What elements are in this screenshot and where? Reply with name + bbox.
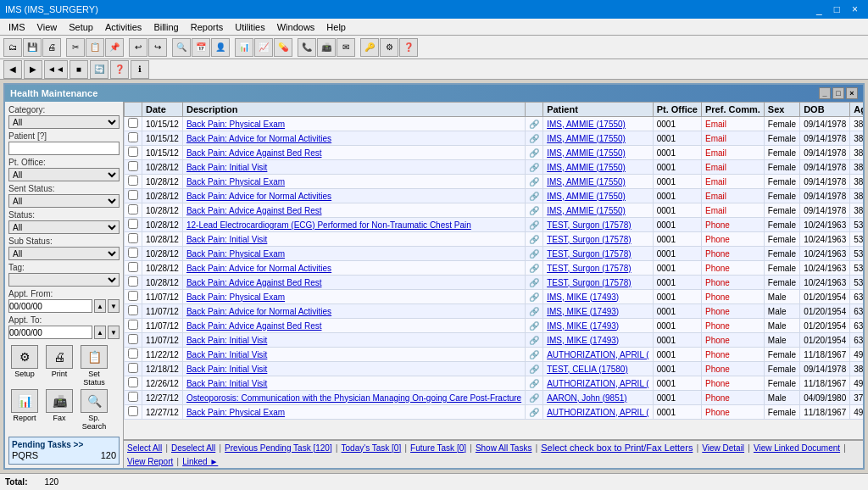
row-patient[interactable]: TEST, Surgon (17578) (543, 232, 654, 247)
col-ptoffice[interactable]: Pt. Office (653, 103, 701, 117)
row-patient[interactable]: IMS, MIKE (17493) (543, 304, 654, 319)
tb-btn-9[interactable]: 🔍 (172, 38, 191, 57)
row-checkbox[interactable] (125, 304, 142, 319)
spsearch-button[interactable]: 🔍 Sp. Search (78, 389, 110, 431)
col-patient[interactable]: Patient (543, 103, 654, 117)
tb-btn-5[interactable]: 📋 (86, 38, 104, 57)
future-task-btn[interactable]: Future Task [0] (410, 443, 466, 453)
row-checkbox[interactable] (125, 290, 142, 304)
tb-btn-2[interactable]: 💾 (23, 38, 42, 57)
row-icon[interactable]: 🔗 (526, 117, 543, 131)
print-button[interactable]: 🖨 Print (43, 345, 75, 387)
row-checkbox[interactable] (125, 175, 142, 189)
hm-maximize[interactable]: □ (832, 87, 844, 99)
substatus-select[interactable]: All (8, 247, 120, 260)
tb-btn-19[interactable]: ⚙ (380, 38, 398, 57)
row-patient[interactable]: AUTHORIZATION, APRIL ( (543, 348, 654, 362)
row-checkbox[interactable] (125, 391, 142, 405)
select-all-btn[interactable]: Select All (127, 443, 162, 453)
row-checkbox[interactable] (125, 405, 142, 420)
row-patient[interactable]: IMS, MIKE (17493) (543, 333, 654, 348)
row-icon[interactable]: 🔗 (526, 189, 543, 203)
tb-btn-16[interactable]: 📠 (317, 38, 336, 57)
col-sex[interactable]: Sex (764, 103, 799, 117)
col-date[interactable]: Date (142, 103, 183, 117)
row-patient[interactable]: AUTHORIZATION, APRIL ( (543, 376, 654, 391)
hm-minimize[interactable]: _ (819, 87, 831, 99)
row-patient[interactable]: IMS, MIKE (17493) (543, 319, 654, 333)
minimize-button[interactable]: _ (811, 3, 827, 15)
tb-btn-14[interactable]: 💊 (274, 38, 292, 57)
view-detail-btn[interactable]: View Detail (702, 443, 744, 453)
row-icon[interactable]: 🔗 (526, 304, 543, 319)
setstatus-button[interactable]: 📋 Set Status (78, 345, 110, 387)
row-icon[interactable]: 🔗 (526, 131, 543, 146)
row-checkbox[interactable] (125, 232, 142, 247)
tb-btn-11[interactable]: 👤 (211, 38, 230, 57)
row-checkbox[interactable] (125, 247, 142, 261)
row-icon[interactable]: 🔗 (526, 319, 543, 333)
report-button[interactable]: 📊 Report (8, 389, 41, 431)
col-desc[interactable]: Description (182, 103, 525, 117)
setup-button[interactable]: ⚙ Setup (8, 345, 41, 387)
deselect-all-btn[interactable]: Deselect All (171, 443, 215, 453)
row-checkbox[interactable] (125, 203, 142, 218)
menu-utilities[interactable]: Utilities (230, 21, 270, 33)
menu-activities[interactable]: Activities (100, 21, 147, 33)
category-select[interactable]: All (8, 115, 120, 129)
row-patient[interactable]: IMS, AMMIE (17550) (543, 189, 654, 203)
row-patient[interactable]: TEST, Surgon (17578) (543, 276, 654, 290)
tb-btn-4[interactable]: ✂ (66, 38, 85, 57)
row-icon[interactable]: 🔗 (526, 362, 543, 376)
row-patient[interactable]: AUTHORIZATION, APRIL ( (543, 405, 654, 420)
tb-btn-13[interactable]: 📈 (254, 38, 273, 57)
close-button[interactable]: × (847, 3, 863, 15)
tb-btn-18[interactable]: 🔑 (360, 38, 379, 57)
menu-setup[interactable]: Setup (64, 21, 98, 33)
menu-reports[interactable]: Reports (186, 21, 229, 33)
row-icon[interactable]: 🔗 (526, 391, 543, 405)
menu-windows[interactable]: Windows (272, 21, 320, 33)
row-icon[interactable]: 🔗 (526, 261, 543, 276)
row-checkbox[interactable] (125, 276, 142, 290)
row-patient[interactable]: TEST, Surgon (17578) (543, 261, 654, 276)
data-table-container[interactable]: Date Description Patient Pt. Office Pref… (124, 102, 863, 439)
row-icon[interactable]: 🔗 (526, 232, 543, 247)
menu-help[interactable]: Help (321, 21, 351, 33)
row-icon[interactable]: 🔗 (526, 160, 543, 175)
menu-ims[interactable]: IMS (3, 21, 31, 33)
row-icon[interactable]: 🔗 (526, 247, 543, 261)
row-patient[interactable]: IMS, AMMIE (17550) (543, 117, 654, 131)
row-icon[interactable]: 🔗 (526, 203, 543, 218)
hm-close[interactable]: × (846, 87, 858, 99)
maximize-button[interactable]: □ (829, 3, 845, 15)
apptfrom-down[interactable]: ▼ (108, 299, 120, 313)
tb2-forward[interactable]: ▶ (24, 60, 42, 79)
row-checkbox[interactable] (125, 376, 142, 391)
row-checkbox[interactable] (125, 362, 142, 376)
tb-btn-17[interactable]: ✉ (337, 38, 355, 57)
tb-btn-8[interactable]: ↪ (148, 38, 167, 57)
row-patient[interactable]: AARON, John (9851) (543, 391, 654, 405)
row-patient[interactable]: IMS, AMMIE (17550) (543, 203, 654, 218)
sentstatus-select[interactable]: All (8, 194, 120, 208)
apptto-down[interactable]: ▼ (108, 326, 120, 339)
tb-btn-6[interactable]: 📌 (105, 38, 124, 57)
tb-btn-12[interactable]: 📊 (235, 38, 253, 57)
tag-select[interactable] (8, 273, 120, 287)
row-patient[interactable]: IMS, AMMIE (17550) (543, 175, 654, 189)
tb2-back2[interactable]: ◄◄ (44, 60, 68, 79)
row-patient[interactable]: TEST, CELIA (17580) (543, 362, 654, 376)
tb-btn-10[interactable]: 📅 (192, 38, 210, 57)
row-checkbox[interactable] (125, 131, 142, 146)
show-all-btn[interactable]: Show All Tasks (476, 443, 532, 453)
linked-btn[interactable]: Linked ► (182, 457, 218, 466)
ptoffice-select[interactable]: All (8, 168, 120, 181)
tb2-help[interactable]: ❓ (110, 60, 129, 79)
row-patient[interactable]: IMS, AMMIE (17550) (543, 160, 654, 175)
row-icon[interactable]: 🔗 (526, 146, 543, 160)
row-checkbox[interactable] (125, 160, 142, 175)
row-icon[interactable]: 🔗 (526, 348, 543, 362)
prev-pending-btn[interactable]: Previous Pending Task [120] (225, 443, 332, 453)
row-checkbox[interactable] (125, 189, 142, 203)
